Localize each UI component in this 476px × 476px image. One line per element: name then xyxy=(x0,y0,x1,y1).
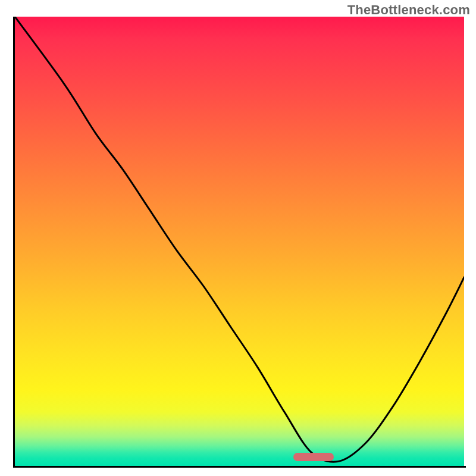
minimum-marker xyxy=(293,453,334,461)
chart-container: TheBottleneck.com xyxy=(0,0,476,476)
x-axis xyxy=(13,466,466,468)
bottleneck-curve xyxy=(15,17,464,466)
watermark-text: TheBottleneck.com xyxy=(347,2,470,18)
y-axis xyxy=(13,17,15,468)
plot-area xyxy=(15,17,464,466)
